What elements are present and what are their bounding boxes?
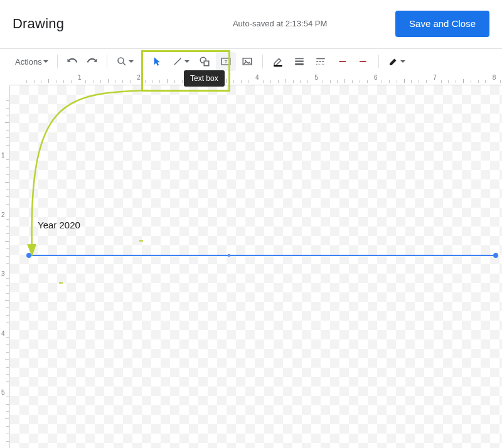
select-tool-button[interactable] <box>148 52 167 71</box>
image-icon <box>241 56 254 67</box>
svg-text:T: T <box>224 59 227 65</box>
separator <box>262 55 263 68</box>
textbox-tooltip: Text box <box>184 70 225 87</box>
textbox-icon: T <box>220 56 232 67</box>
line-weight-button[interactable] <box>289 52 309 71</box>
format-options-button[interactable] <box>384 52 409 71</box>
undo-icon <box>67 56 78 67</box>
line-start-button[interactable] <box>332 52 352 71</box>
line-handle-start[interactable] <box>26 253 31 258</box>
separator <box>107 55 107 68</box>
horizontal-ruler[interactable]: 12345678 <box>10 74 502 85</box>
save-and-close-button[interactable]: Save and Close <box>395 11 489 37</box>
autosave-status: Auto-saved at 2:13:54 PM <box>233 19 327 28</box>
redo-icon <box>87 56 98 67</box>
format-paint-icon <box>388 56 399 67</box>
separator <box>378 55 379 68</box>
dialog-title: Drawing <box>13 16 64 32</box>
svg-rect-4 <box>204 61 209 66</box>
line-body <box>29 255 496 256</box>
caret-down-icon <box>400 59 405 64</box>
svg-rect-12 <box>295 63 304 65</box>
svg-point-8 <box>245 60 246 61</box>
separator <box>142 55 143 68</box>
caret-down-icon <box>129 59 134 64</box>
line-end-button[interactable] <box>353 52 373 71</box>
dialog-header: Drawing Auto-saved at 2:13:54 PM Save an… <box>0 0 502 49</box>
textbox-element[interactable]: Year 2020 <box>38 220 80 230</box>
cursor-icon <box>152 56 163 67</box>
line-handle-end[interactable] <box>493 253 498 258</box>
shape-icon <box>198 56 211 67</box>
line-start-icon <box>336 56 348 67</box>
timeline-line[interactable] <box>29 254 496 257</box>
line-tool-button[interactable] <box>168 52 193 71</box>
svg-rect-10 <box>295 58 304 60</box>
svg-line-2 <box>174 58 181 65</box>
annotation-mark <box>139 240 143 242</box>
svg-rect-11 <box>295 61 304 62</box>
image-tool-button[interactable] <box>237 52 257 71</box>
toolbar: Actions T <box>0 49 502 74</box>
header-left: Drawing <box>13 16 64 32</box>
line-icon <box>172 56 183 67</box>
drawing-canvas[interactable]: Year 2020 <box>10 85 502 448</box>
line-dash-icon <box>314 56 327 67</box>
line-handle-mid[interactable] <box>228 254 230 257</box>
vertical-ruler[interactable]: 123456 <box>0 85 10 448</box>
svg-line-1 <box>123 63 125 65</box>
zoom-icon <box>116 56 127 67</box>
caret-down-icon <box>43 59 48 64</box>
svg-point-0 <box>118 58 124 63</box>
line-color-icon <box>272 56 284 67</box>
canvas-area: 12345678 123456 Year 2020 <box>0 74 502 448</box>
actions-label: Actions <box>15 57 42 67</box>
line-weight-icon <box>293 56 306 67</box>
line-color-button[interactable] <box>268 52 288 71</box>
line-end-icon <box>357 56 370 67</box>
actions-menu-button[interactable]: Actions <box>11 52 52 71</box>
caret-down-icon <box>184 59 190 64</box>
separator <box>57 55 58 68</box>
svg-rect-9 <box>274 65 282 67</box>
annotation-mark <box>59 282 63 284</box>
undo-button[interactable] <box>63 52 82 71</box>
line-dash-button[interactable] <box>311 52 331 71</box>
annotation-arrow <box>24 89 169 260</box>
redo-button[interactable] <box>83 52 102 71</box>
zoom-button[interactable] <box>112 52 137 71</box>
textbox-tool-button[interactable]: T <box>216 52 236 71</box>
shape-tool-button[interactable] <box>195 52 215 71</box>
